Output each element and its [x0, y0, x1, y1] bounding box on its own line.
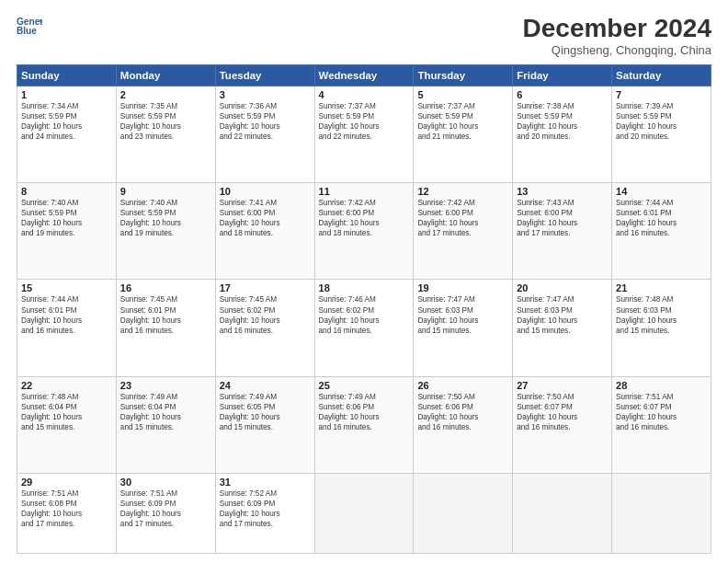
day-number: 16	[120, 282, 211, 293]
day-number: 6	[517, 89, 608, 100]
day-number: 1	[21, 89, 112, 100]
month-title: December 2024	[523, 15, 711, 43]
day-info: Sunrise: 7:41 AM Sunset: 6:00 PM Dayligh…	[220, 198, 311, 238]
location: Qingsheng, Chongqing, China	[523, 43, 711, 57]
weekday-monday: Monday	[116, 64, 215, 86]
calendar-cell: 22Sunrise: 7:48 AM Sunset: 6:04 PM Dayli…	[17, 376, 117, 473]
day-number: 24	[220, 380, 311, 391]
day-number: 27	[517, 380, 608, 391]
day-info: Sunrise: 7:37 AM Sunset: 5:59 PM Dayligh…	[319, 101, 410, 142]
day-number: 23	[120, 380, 211, 391]
calendar-cell: 1Sunrise: 7:34 AM Sunset: 5:59 PM Daylig…	[17, 86, 117, 182]
day-number: 19	[417, 282, 508, 293]
calendar-cell: 24Sunrise: 7:49 AM Sunset: 6:05 PM Dayli…	[215, 376, 314, 473]
day-info: Sunrise: 7:50 AM Sunset: 6:07 PM Dayligh…	[517, 392, 608, 432]
calendar-cell: 25Sunrise: 7:49 AM Sunset: 6:06 PM Dayli…	[314, 376, 414, 473]
day-number: 9	[120, 186, 211, 197]
calendar-cell: 4Sunrise: 7:37 AM Sunset: 5:59 PM Daylig…	[314, 86, 414, 182]
calendar-cell: 31Sunrise: 7:52 AM Sunset: 6:09 PM Dayli…	[215, 474, 314, 554]
calendar-cell: 18Sunrise: 7:46 AM Sunset: 6:02 PM Dayli…	[314, 280, 414, 376]
day-info: Sunrise: 7:46 AM Sunset: 6:02 PM Dayligh…	[319, 294, 410, 335]
day-number: 29	[21, 477, 112, 488]
calendar-cell: 17Sunrise: 7:45 AM Sunset: 6:02 PM Dayli…	[215, 280, 314, 376]
day-number: 2	[120, 89, 211, 100]
logo-icon: General Blue	[17, 15, 42, 40]
day-number: 31	[220, 477, 311, 488]
weekday-wednesday: Wednesday	[314, 64, 414, 86]
day-info: Sunrise: 7:49 AM Sunset: 6:04 PM Dayligh…	[120, 392, 211, 432]
calendar-cell: 2Sunrise: 7:35 AM Sunset: 5:59 PM Daylig…	[116, 86, 215, 182]
calendar-cell	[414, 474, 513, 554]
logo: General Blue	[17, 15, 42, 40]
calendar-cell: 27Sunrise: 7:50 AM Sunset: 6:07 PM Dayli…	[513, 376, 612, 473]
svg-text:Blue: Blue	[17, 26, 37, 36]
calendar-cell: 10Sunrise: 7:41 AM Sunset: 6:00 PM Dayli…	[215, 183, 314, 280]
weekday-header-row: SundayMondayTuesdayWednesdayThursdayFrid…	[17, 64, 711, 86]
calendar-cell: 13Sunrise: 7:43 AM Sunset: 6:00 PM Dayli…	[513, 183, 612, 280]
week-row-4: 22Sunrise: 7:48 AM Sunset: 6:04 PM Dayli…	[17, 376, 711, 473]
day-info: Sunrise: 7:49 AM Sunset: 6:06 PM Dayligh…	[319, 392, 410, 432]
day-info: Sunrise: 7:47 AM Sunset: 6:03 PM Dayligh…	[417, 294, 508, 335]
day-number: 15	[21, 282, 112, 293]
day-number: 11	[319, 186, 410, 197]
day-info: Sunrise: 7:47 AM Sunset: 6:03 PM Dayligh…	[517, 294, 608, 335]
day-info: Sunrise: 7:51 AM Sunset: 6:07 PM Dayligh…	[616, 392, 707, 432]
day-info: Sunrise: 7:51 AM Sunset: 6:08 PM Dayligh…	[21, 488, 112, 529]
title-area: December 2024 Qingsheng, Chongqing, Chin…	[523, 15, 711, 57]
day-info: Sunrise: 7:44 AM Sunset: 6:01 PM Dayligh…	[21, 294, 112, 335]
header: General Blue December 2024 Qingsheng, Ch…	[17, 15, 711, 57]
day-number: 3	[220, 89, 311, 100]
calendar-cell: 11Sunrise: 7:42 AM Sunset: 6:00 PM Dayli…	[314, 183, 414, 280]
day-info: Sunrise: 7:42 AM Sunset: 6:00 PM Dayligh…	[417, 198, 508, 238]
calendar-cell: 20Sunrise: 7:47 AM Sunset: 6:03 PM Dayli…	[513, 280, 612, 376]
week-row-3: 15Sunrise: 7:44 AM Sunset: 6:01 PM Dayli…	[17, 280, 711, 376]
week-row-1: 1Sunrise: 7:34 AM Sunset: 5:59 PM Daylig…	[17, 86, 711, 182]
calendar-cell: 29Sunrise: 7:51 AM Sunset: 6:08 PM Dayli…	[17, 474, 117, 554]
day-info: Sunrise: 7:34 AM Sunset: 5:59 PM Dayligh…	[21, 101, 112, 142]
weekday-tuesday: Tuesday	[215, 64, 314, 86]
day-info: Sunrise: 7:35 AM Sunset: 5:59 PM Dayligh…	[120, 101, 211, 142]
day-number: 25	[319, 380, 410, 391]
calendar-cell: 15Sunrise: 7:44 AM Sunset: 6:01 PM Dayli…	[17, 280, 117, 376]
page: General Blue December 2024 Qingsheng, Ch…	[0, 0, 728, 563]
calendar-cell: 9Sunrise: 7:40 AM Sunset: 5:59 PM Daylig…	[116, 183, 215, 280]
calendar-cell: 6Sunrise: 7:38 AM Sunset: 5:59 PM Daylig…	[513, 86, 612, 182]
calendar-cell: 19Sunrise: 7:47 AM Sunset: 6:03 PM Dayli…	[414, 280, 513, 376]
weekday-sunday: Sunday	[17, 64, 117, 86]
calendar-cell: 16Sunrise: 7:45 AM Sunset: 6:01 PM Dayli…	[116, 280, 215, 376]
week-row-5: 29Sunrise: 7:51 AM Sunset: 6:08 PM Dayli…	[17, 474, 711, 554]
day-number: 10	[220, 186, 311, 197]
day-number: 8	[21, 186, 112, 197]
day-number: 17	[220, 282, 311, 293]
calendar-table: SundayMondayTuesdayWednesdayThursdayFrid…	[17, 64, 711, 554]
day-number: 20	[517, 282, 608, 293]
day-info: Sunrise: 7:45 AM Sunset: 6:02 PM Dayligh…	[220, 294, 311, 335]
calendar-cell: 8Sunrise: 7:40 AM Sunset: 5:59 PM Daylig…	[17, 183, 117, 280]
day-info: Sunrise: 7:42 AM Sunset: 6:00 PM Dayligh…	[319, 198, 410, 238]
day-number: 4	[319, 89, 410, 100]
calendar-cell: 5Sunrise: 7:37 AM Sunset: 5:59 PM Daylig…	[414, 86, 513, 182]
day-number: 21	[616, 282, 707, 293]
day-number: 30	[120, 477, 211, 488]
day-info: Sunrise: 7:40 AM Sunset: 5:59 PM Dayligh…	[21, 198, 112, 238]
day-info: Sunrise: 7:37 AM Sunset: 5:59 PM Dayligh…	[417, 101, 508, 142]
day-number: 18	[319, 282, 410, 293]
calendar-cell	[513, 474, 612, 554]
day-number: 14	[616, 186, 707, 197]
calendar-cell: 14Sunrise: 7:44 AM Sunset: 6:01 PM Dayli…	[612, 183, 711, 280]
weekday-friday: Friday	[513, 64, 612, 86]
day-info: Sunrise: 7:52 AM Sunset: 6:09 PM Dayligh…	[220, 488, 311, 529]
day-number: 7	[616, 89, 707, 100]
day-info: Sunrise: 7:50 AM Sunset: 6:06 PM Dayligh…	[417, 392, 508, 432]
day-info: Sunrise: 7:44 AM Sunset: 6:01 PM Dayligh…	[616, 198, 707, 238]
day-info: Sunrise: 7:49 AM Sunset: 6:05 PM Dayligh…	[220, 392, 311, 432]
day-number: 28	[616, 380, 707, 391]
calendar-cell: 30Sunrise: 7:51 AM Sunset: 6:09 PM Dayli…	[116, 474, 215, 554]
day-number: 5	[417, 89, 508, 100]
weekday-saturday: Saturday	[612, 64, 711, 86]
day-number: 12	[417, 186, 508, 197]
day-info: Sunrise: 7:48 AM Sunset: 6:03 PM Dayligh…	[616, 294, 707, 335]
calendar-cell: 12Sunrise: 7:42 AM Sunset: 6:00 PM Dayli…	[414, 183, 513, 280]
calendar-cell: 26Sunrise: 7:50 AM Sunset: 6:06 PM Dayli…	[414, 376, 513, 473]
calendar-cell	[314, 474, 414, 554]
